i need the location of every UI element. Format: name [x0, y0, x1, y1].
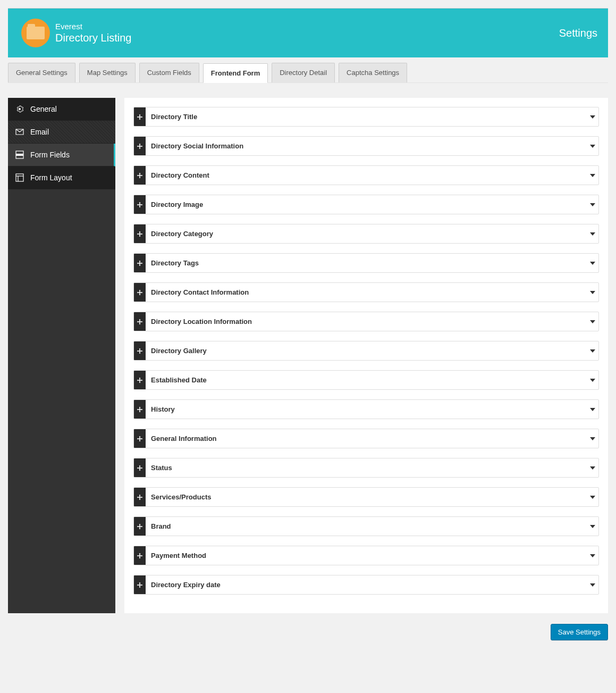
field-row[interactable]: Status	[133, 458, 599, 478]
field-label: Brand	[146, 517, 587, 536]
field-row[interactable]: Directory Expiry date	[133, 575, 599, 595]
sidebar-item-general[interactable]: General	[8, 98, 115, 121]
tab-custom-fields[interactable]: Custom Fields	[139, 63, 199, 82]
expand-caret-icon[interactable]	[587, 458, 598, 477]
sidebar-item-form-fields[interactable]: Form Fields	[8, 144, 115, 166]
field-label: Directory Tags	[146, 254, 587, 272]
expand-caret-icon[interactable]	[587, 312, 598, 331]
drag-handle-icon[interactable]	[134, 429, 146, 448]
drag-handle-icon[interactable]	[134, 137, 146, 155]
sidebar-item-email[interactable]: Email	[8, 121, 115, 144]
drag-handle-icon[interactable]	[134, 341, 146, 360]
field-row[interactable]: Directory Tags	[133, 253, 599, 273]
logo-icon	[21, 19, 50, 47]
field-row[interactable]: Directory Title	[133, 107, 599, 127]
page-title: Settings	[559, 27, 597, 39]
drag-handle-icon[interactable]	[134, 458, 146, 477]
expand-caret-icon[interactable]	[587, 166, 598, 185]
expand-caret-icon[interactable]	[587, 400, 598, 419]
expand-caret-icon[interactable]	[587, 429, 598, 448]
svg-rect-2	[16, 174, 23, 181]
sidebar-item-label: General	[30, 105, 57, 113]
expand-caret-icon[interactable]	[587, 107, 598, 126]
drag-handle-icon[interactable]	[134, 166, 146, 185]
save-settings-button[interactable]: Save Settings	[551, 624, 608, 640]
expand-caret-icon[interactable]	[587, 224, 598, 243]
field-label: Services/Products	[146, 488, 587, 506]
logo-text-line1: Everest	[55, 22, 131, 31]
field-row[interactable]: Directory Image	[133, 195, 599, 214]
logo-text-line2: Directory Listing	[55, 31, 131, 44]
field-label: Directory Gallery	[146, 341, 587, 360]
gear-icon	[15, 105, 24, 113]
main-panel: Directory TitleDirectory Social Informat…	[124, 98, 608, 613]
drag-handle-icon[interactable]	[134, 517, 146, 536]
sidebar-item-label: Form Fields	[30, 151, 70, 159]
drag-handle-icon[interactable]	[134, 224, 146, 243]
field-row[interactable]: Directory Contact Information	[133, 282, 599, 302]
expand-caret-icon[interactable]	[587, 371, 598, 389]
tab-frontend-form[interactable]: Frontend Form	[203, 63, 268, 83]
field-row[interactable]: Brand	[133, 516, 599, 536]
sidebar-item-form-layout[interactable]: Form Layout	[8, 166, 115, 189]
tab-general-settings[interactable]: General Settings	[8, 63, 75, 82]
expand-caret-icon[interactable]	[587, 195, 598, 214]
sidebar-item-label: Form Layout	[30, 173, 72, 182]
tab-captcha-settings[interactable]: Captcha Settings	[339, 63, 407, 82]
field-row[interactable]: Payment Method	[133, 546, 599, 565]
field-label: Directory Category	[146, 224, 587, 243]
expand-caret-icon[interactable]	[587, 517, 598, 536]
field-label: Directory Location Information	[146, 312, 587, 331]
field-row[interactable]: Directory Content	[133, 165, 599, 185]
tab-map-settings[interactable]: Map Settings	[79, 63, 136, 82]
field-label: Payment Method	[146, 546, 587, 565]
drag-handle-icon[interactable]	[134, 371, 146, 389]
footer: Save Settings	[8, 624, 608, 640]
mail-icon	[15, 128, 24, 136]
tab-bar: General SettingsMap SettingsCustom Field…	[8, 63, 608, 83]
field-label: Directory Content	[146, 166, 587, 185]
drag-handle-icon[interactable]	[134, 546, 146, 565]
header-bar: Everest Directory Listing Settings	[8, 8, 608, 57]
expand-caret-icon[interactable]	[587, 575, 598, 594]
drag-handle-icon[interactable]	[134, 107, 146, 126]
field-label: General Information	[146, 429, 587, 448]
expand-caret-icon[interactable]	[587, 341, 598, 360]
field-label: Directory Title	[146, 107, 587, 126]
expand-caret-icon[interactable]	[587, 488, 598, 506]
drag-handle-icon[interactable]	[134, 400, 146, 419]
form-icon	[15, 151, 24, 159]
drag-handle-icon[interactable]	[134, 575, 146, 594]
field-label: Directory Expiry date	[146, 575, 587, 594]
expand-caret-icon[interactable]	[587, 283, 598, 302]
field-label: Status	[146, 458, 587, 477]
layout-icon	[15, 173, 24, 182]
drag-handle-icon[interactable]	[134, 254, 146, 272]
field-label: Directory Image	[146, 195, 587, 214]
field-row[interactable]: Directory Social Information	[133, 136, 599, 156]
expand-caret-icon[interactable]	[587, 137, 598, 155]
field-row[interactable]: General Information	[133, 429, 599, 448]
logo: Everest Directory Listing	[21, 19, 131, 47]
drag-handle-icon[interactable]	[134, 488, 146, 506]
field-row[interactable]: Directory Category	[133, 224, 599, 244]
field-label: Directory Contact Information	[146, 283, 587, 302]
field-row[interactable]: History	[133, 399, 599, 419]
sidebar: GeneralEmailForm FieldsForm Layout	[8, 98, 115, 613]
field-row[interactable]: Established Date	[133, 370, 599, 390]
expand-caret-icon[interactable]	[587, 546, 598, 565]
sidebar-item-label: Email	[30, 128, 49, 136]
field-row[interactable]: Directory Gallery	[133, 341, 599, 361]
drag-handle-icon[interactable]	[134, 283, 146, 302]
field-label: History	[146, 400, 587, 419]
field-row[interactable]: Directory Location Information	[133, 312, 599, 331]
drag-handle-icon[interactable]	[134, 312, 146, 331]
field-label: Directory Social Information	[146, 137, 587, 155]
field-label: Established Date	[146, 371, 587, 389]
expand-caret-icon[interactable]	[587, 254, 598, 272]
field-row[interactable]: Services/Products	[133, 487, 599, 507]
tab-directory-detail[interactable]: Directory Detail	[272, 63, 335, 82]
drag-handle-icon[interactable]	[134, 195, 146, 214]
svg-rect-1	[16, 154, 23, 156]
